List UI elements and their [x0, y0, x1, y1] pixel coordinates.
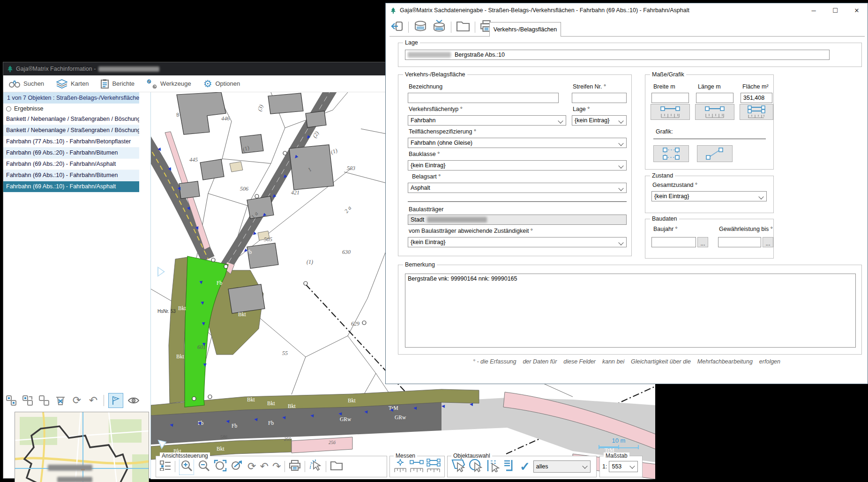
save-and-validate-button[interactable] [432, 20, 446, 35]
verkehrsflaechentyp-dropdown[interactable]: Fahrbahn [408, 115, 566, 126]
grafik-rectangle-button[interactable] [653, 145, 689, 162]
toolbar-werkzeuge-button[interactable]: Werkzeuge [147, 79, 191, 89]
streifen-nr-input[interactable] [572, 93, 627, 103]
refresh-selection-icon[interactable]: ⟳ [71, 394, 83, 407]
dialog-titlebar[interactable]: Gaja®Matrix Sachdateneingabe - Straßen-B… [386, 3, 868, 17]
result-item[interactable]: Bankett / Nebenanlage / Straßengraben / … [3, 114, 139, 125]
gewaehrleistung-picker-button[interactable]: ... [763, 237, 773, 247]
teilflaechen-dropdown[interactable]: Fahrbahn (ohne Gleise) [408, 138, 627, 148]
folder-icon[interactable] [456, 21, 470, 34]
map-parcel-label: 506 [240, 185, 248, 193]
flag-tool-button[interactable] [108, 393, 123, 408]
zoom-window-icon[interactable] [214, 460, 227, 474]
group-label: Messen [394, 452, 417, 459]
select-line-icon[interactable] [486, 459, 500, 474]
select-all-objects-button[interactable] [5, 394, 17, 407]
result-item[interactable]: Fahrbahn (69 Abs.:20) - Fahrbahn/Asphalt [3, 159, 139, 170]
visibility-eye-icon[interactable] [127, 394, 140, 407]
redacted-title-text [98, 67, 159, 72]
tab-verkehrs-belagsflaechen[interactable]: Verkehrs-/Belagsflächen [489, 22, 561, 37]
bemerkung-textarea[interactable]: Bergstraße vnk: 99990164 nnk: 99990165 [405, 274, 856, 348]
print-map-icon[interactable] [289, 460, 301, 473]
bemerkung-group: Bemerkung Bergstraße vnk: 99990164 nnk: … [398, 265, 862, 355]
select-polygon-icon[interactable] [451, 459, 465, 474]
toolbar-separator [104, 395, 104, 406]
belagsart-label: Belagsart ° [412, 173, 441, 180]
selection-scope-dropdown[interactable]: alles [533, 460, 591, 473]
measure-point-icon[interactable] [394, 459, 407, 475]
gesamtzustand-dropdown[interactable]: {kein Eintrag} [651, 191, 767, 201]
minimize-button[interactable]: ─ [803, 3, 824, 17]
zoom-pan-icon[interactable] [231, 460, 244, 474]
measure-flaeche-button[interactable] [740, 104, 773, 120]
open-folder-icon[interactable] [330, 460, 343, 473]
redacted-city-name [427, 217, 487, 222]
minimap-graphic [15, 412, 149, 482]
map-surface-label: Bkt [247, 397, 255, 402]
toolbar-suchen-button[interactable]: Suchen [9, 80, 44, 88]
undo-selection-icon[interactable]: ↶ [87, 394, 99, 407]
refresh-view-icon[interactable]: ⟳ [247, 461, 256, 472]
flaeche-input[interactable]: 351,408 [741, 93, 772, 103]
map-direction-arrow: ▶ [169, 423, 173, 428]
abweichende-zustaendigkeit-dropdown[interactable]: {kein Eintrag} [408, 237, 627, 247]
clear-selection-button[interactable] [54, 394, 67, 407]
bemerkung-value: Bergstraße vnk: 99990164 nnk: 99990165 [408, 275, 517, 282]
redo-view-icon[interactable]: ↷ [272, 461, 281, 472]
lage-field[interactable]: Bergstraße Abs.:10 [405, 50, 830, 60]
select-circle-icon[interactable] [469, 459, 483, 474]
grafik-line-button[interactable] [697, 145, 733, 162]
result-item[interactable]: Fahrbahn (69 Abs.:10) - Fahrbahn/Bitumen [3, 170, 139, 181]
pan-hint-icon[interactable] [157, 267, 165, 277]
select-by-attribute-icon[interactable] [503, 459, 516, 474]
apply-selection-check-icon[interactable]: ✓ [520, 460, 530, 474]
results-group-label: Ergebnisse [14, 105, 44, 112]
map-surface-label: Bkt [267, 400, 275, 406]
result-item[interactable]: Fahrbahn (77 Abs.:10) - Fahrbahn/Betonpf… [3, 136, 139, 148]
maximize-button[interactable]: ☐ [824, 3, 846, 17]
baujahr-input[interactable] [651, 237, 696, 247]
map-surface-label: GRw [395, 415, 406, 420]
measure-area-icon[interactable] [427, 459, 441, 475]
map-parcel-label: (3) [256, 104, 265, 112]
measure-distance-icon[interactable] [410, 459, 424, 475]
close-button[interactable]: ✕ [846, 3, 868, 17]
measure-breite-button[interactable] [651, 104, 690, 120]
belagsart-dropdown[interactable]: Asphalt [408, 183, 627, 193]
measure-laenge-button[interactable] [695, 104, 734, 120]
results-circle-icon [6, 106, 11, 111]
breite-input[interactable] [651, 93, 689, 103]
laenge-input[interactable] [696, 93, 733, 103]
toolbar-karten-button[interactable]: Karten [56, 79, 89, 89]
bezeichnung-input[interactable] [408, 93, 559, 103]
baujahr-picker-button[interactable]: ... [697, 237, 708, 247]
map-surface-label: Fb [210, 239, 216, 245]
deselect-objects-button[interactable] [38, 394, 50, 407]
bauklasse-dropdown[interactable]: {kein Eintrag} [408, 160, 627, 171]
verkehrsflaechentyp-label: Verkehrsflächentyp ° [409, 106, 463, 112]
zoom-in-icon[interactable] [179, 458, 194, 475]
toolbar-berichte-button[interactable]: Berichte [101, 79, 135, 89]
measure-group: Messen [389, 456, 445, 477]
lage-dropdown[interactable]: {kein Eintrag} [572, 115, 627, 126]
bauklasse-label: Bauklasse ° [409, 151, 440, 157]
map-direction-arrow: ▶ [195, 226, 200, 231]
gewaehrleistung-input[interactable] [718, 237, 761, 247]
identify-info-icon[interactable]: i [309, 460, 322, 474]
select-partial-button[interactable] [22, 394, 34, 407]
scale-combo[interactable]: 553 [609, 461, 638, 472]
scale-prefix-label: 1: [602, 463, 607, 470]
undo-view-icon[interactable]: ↶ [260, 461, 268, 472]
save-database-button[interactable] [413, 20, 427, 34]
toolbar-optionen-button[interactable]: ⚙ Optionen [203, 79, 240, 89]
exit-form-button[interactable] [390, 21, 404, 34]
results-group-row[interactable]: Ergebnisse [3, 104, 139, 114]
overview-minimap[interactable] [15, 412, 149, 482]
result-item[interactable]: Fahrbahn (69 Abs.:20) - Fahrbahn/Bitumen [3, 148, 139, 159]
toolbar-label: Werkzeuge [160, 80, 191, 87]
result-item[interactable]: Bankett / Nebenanlage / Straßengraben / … [3, 125, 139, 136]
toolbar-label: Karten [71, 80, 89, 87]
result-item-selected[interactable]: Fahrbahn (69 Abs.:10) - Fahrbahn/Asphalt [3, 181, 139, 193]
legend-icon[interactable] [160, 460, 171, 473]
zoom-out-icon[interactable] [198, 460, 210, 474]
